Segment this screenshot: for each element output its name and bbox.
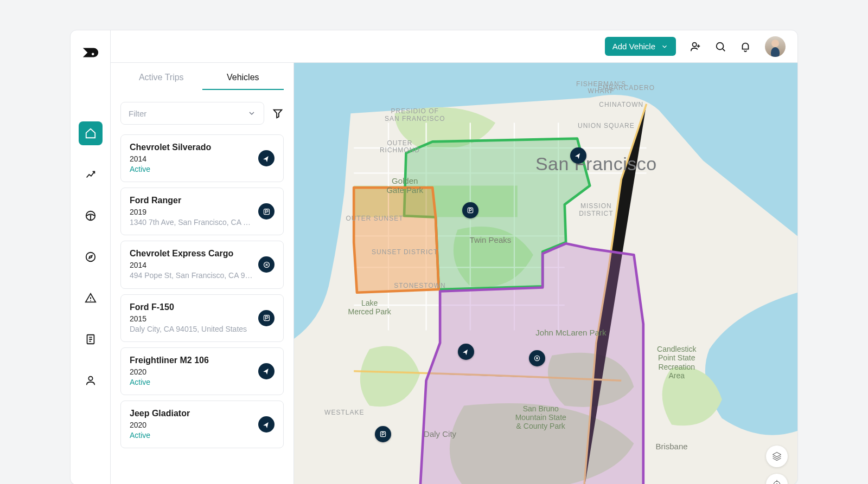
- vehicle-card[interactable]: Ford F-1502015Daly City, CA 94015, Unite…: [120, 294, 284, 342]
- map-label: OUTERRICHMOND: [380, 140, 420, 155]
- vehicle-status-icon: [258, 203, 275, 220]
- map-label: UNION SQUARE: [578, 122, 635, 130]
- map-locate-button[interactable]: [766, 474, 788, 484]
- vehicle-card[interactable]: Jeep Gladiator2020Active: [120, 401, 284, 448]
- map-marker[interactable]: [570, 147, 586, 164]
- avatar[interactable]: [765, 36, 786, 57]
- chevron-down-icon: [661, 43, 668, 50]
- nav-analytics[interactable]: [79, 163, 103, 186]
- svg-point-12: [91, 53, 94, 56]
- nav-rail-links: [79, 121, 103, 392]
- app-window: Add Vehicle Active Trips Vehicles Filter: [70, 30, 798, 484]
- map-label: MISSIONDISTRICT: [579, 203, 613, 218]
- vehicle-year: 2019: [130, 208, 253, 216]
- vehicle-card[interactable]: Chevrolet Express Cargo2014494 Pope St, …: [120, 241, 284, 288]
- map-label: PRESIDIO OFSAN FRANCISCO: [385, 108, 445, 123]
- add-vehicle-button[interactable]: Add Vehicle: [605, 37, 676, 56]
- vehicle-year: 2020: [130, 367, 253, 376]
- vehicle-subline: Active: [130, 164, 253, 174]
- map-label: WESTLAKE: [324, 409, 364, 417]
- vehicle-subline: 1340 7th Ave, San Francisco, CA 94122,…: [130, 217, 253, 227]
- filter-icon-button[interactable]: [272, 107, 284, 119]
- map-label: SUNSET DISTRICT: [372, 249, 438, 256]
- vehicles-panel: Active Trips Vehicles Filter Chevrolet S…: [111, 63, 294, 484]
- map-label: Twin Peaks: [470, 235, 512, 244]
- nav-explore[interactable]: [79, 245, 103, 269]
- filter-placeholder: Filter: [129, 109, 146, 118]
- vehicle-card[interactable]: Freightliner M2 1062020Active: [120, 347, 284, 395]
- map-label: EMBARCADERO: [598, 85, 655, 92]
- filter-select[interactable]: Filter: [120, 102, 264, 125]
- map-label: John McLaren Park: [535, 328, 606, 337]
- map-label: Daly City: [424, 429, 456, 438]
- map-marker[interactable]: [375, 426, 391, 442]
- vehicle-year: 2014: [130, 261, 253, 269]
- nav-reports[interactable]: [79, 327, 103, 351]
- vehicle-name: Chevrolet Express Cargo: [130, 249, 253, 259]
- vehicle-subline: 494 Pope St, San Francisco, CA 94112, Un…: [130, 270, 253, 280]
- map-city-label: San Francisco: [535, 153, 657, 175]
- topbar: Add Vehicle: [111, 30, 797, 63]
- map-label: San BrunoMountain State& County Park: [515, 404, 566, 430]
- map-label: CandlestickPoint StateRecreationArea: [657, 345, 696, 379]
- vehicle-year: 2014: [130, 154, 253, 163]
- vehicle-year: 2020: [130, 421, 253, 429]
- vehicle-name: Ford F-150: [130, 302, 253, 312]
- brand-logo: [81, 43, 100, 62]
- vehicle-name: Ford Ranger: [130, 196, 253, 205]
- vehicle-name: Jeep Gladiator: [130, 409, 253, 418]
- tab-active-trips[interactable]: Active Trips: [120, 73, 202, 90]
- map-label: LakeMerced Park: [348, 299, 391, 316]
- nav-home[interactable]: [79, 121, 103, 145]
- map-marker[interactable]: [462, 202, 478, 218]
- map-label: CHINATOWN: [599, 101, 643, 109]
- notifications-button[interactable]: [735, 36, 756, 57]
- tab-vehicles[interactable]: Vehicles: [202, 73, 284, 90]
- map-park-label: GoldenGate Park: [386, 176, 423, 195]
- add-vehicle-label: Add Vehicle: [612, 42, 655, 51]
- vehicle-status-icon: [258, 256, 275, 273]
- nav-rail: [71, 30, 111, 484]
- map-label: OUTER SUNSET: [346, 215, 403, 223]
- vehicle-name: Chevrolet Silverado: [130, 143, 253, 152]
- map-controls: [766, 446, 788, 484]
- vehicle-status-icon: [258, 310, 275, 326]
- vehicle-subline: Daly City, CA 94015, United States: [130, 324, 253, 334]
- map-label: STONESTOWN: [394, 282, 446, 290]
- search-button[interactable]: [710, 36, 731, 57]
- vehicle-card[interactable]: Ford Ranger20191340 7th Ave, San Francis…: [120, 188, 284, 235]
- content: Active Trips Vehicles Filter Chevrolet S…: [111, 63, 797, 484]
- map-marker[interactable]: [529, 350, 545, 366]
- nav-profile[interactable]: [79, 369, 103, 392]
- nav-alerts[interactable]: [79, 286, 103, 310]
- vehicle-name: Freightliner M2 106: [130, 356, 253, 365]
- map-layers-button[interactable]: [766, 446, 788, 467]
- map-label: Brisbane: [655, 442, 687, 451]
- vehicle-card[interactable]: Chevrolet Silverado2014Active: [120, 134, 284, 182]
- vehicle-list: Chevrolet Silverado2014ActiveFord Ranger…: [120, 134, 284, 454]
- vehicle-status-icon: [258, 363, 275, 379]
- nav-drivers[interactable]: [79, 204, 103, 228]
- main-area: Add Vehicle Active Trips Vehicles Filter: [111, 30, 797, 484]
- panel-tabs: Active Trips Vehicles: [120, 73, 284, 90]
- vehicle-year: 2015: [130, 314, 253, 323]
- invite-user-button[interactable]: [685, 36, 706, 57]
- vehicle-status-icon: [258, 416, 275, 433]
- filter-row: Filter: [120, 102, 284, 125]
- vehicle-status-icon: [258, 150, 275, 166]
- vehicle-subline: Active: [130, 377, 253, 387]
- chevron-down-icon: [247, 109, 256, 118]
- map-marker[interactable]: [458, 344, 474, 360]
- map[interactable]: San Francisco GoldenGate Park Twin Peaks…: [294, 63, 797, 484]
- funnel-icon: [272, 107, 284, 119]
- vehicle-subline: Active: [130, 430, 253, 440]
